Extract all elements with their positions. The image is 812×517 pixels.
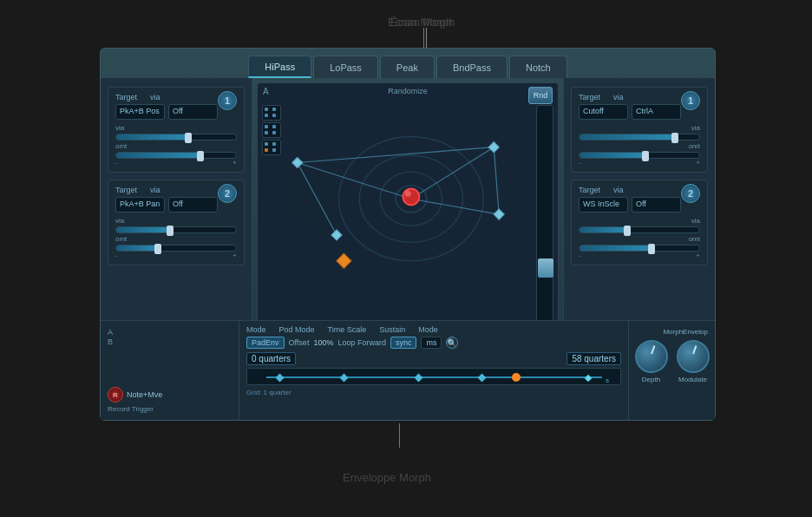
modulate-knob-indicator [692, 345, 697, 354]
right-via-dropdown-2[interactable]: Off [632, 197, 681, 213]
bottom-panel: A B R Note+Mve Record Trigger Mode Pod M… [101, 320, 715, 420]
via-label-2: via [150, 186, 160, 194]
ab-label-a: A [108, 328, 113, 337]
pm-labels-2: - + [115, 252, 237, 259]
target-dropdown-1[interactable]: PkA+B Pos [115, 104, 165, 120]
mode-header: Mode [246, 325, 266, 334]
pm-labels-1: - + [115, 159, 237, 167]
slider-omt-1[interactable] [115, 152, 237, 159]
dropdown-row-2: PkA+B Pan Off [115, 197, 218, 213]
diamond-handle-4[interactable] [331, 230, 342, 240]
morph-section-1: 1 Target via PkA+B Pos Off via omt [108, 87, 245, 173]
right-slider-omt-1[interactable] [579, 152, 700, 159]
modulate-knob-container: Modulate [677, 340, 710, 383]
timeline-marker-2[interactable] [339, 374, 348, 383]
section-number-1: 1 [218, 91, 237, 110]
svg-line-4 [298, 147, 494, 163]
orange-diamond[interactable] [337, 253, 351, 268]
right-omt-label-2: omt [579, 235, 700, 243]
timeline-line [266, 376, 602, 378]
via-label-1: via [150, 93, 160, 101]
via-dropdown-2[interactable]: Off [168, 197, 218, 213]
timeline-marker-3[interactable] [414, 374, 422, 383]
right-slider-via-1[interactable] [579, 134, 700, 141]
right-target-dropdown-1[interactable]: Cutoff [579, 104, 628, 120]
sustain-header: Sustain [379, 325, 405, 334]
tab-notch[interactable]: Notch [509, 56, 567, 78]
right-dropdown-row-2: WS InScle Off [579, 197, 681, 213]
slider-omt-2[interactable] [115, 245, 237, 252]
right-target-label-1: Target [579, 93, 600, 101]
right-slider-via-2[interactable] [579, 226, 700, 233]
record-trigger-label: Record Trigger [108, 405, 232, 413]
env-timeline: Mode Pod Mode Time Scale Sustain Mode Pa… [239, 321, 628, 420]
right-dropdown-row-1: Cutoff CtrlA [579, 104, 681, 120]
offset-label: Offset [289, 338, 310, 347]
r-button[interactable]: R [108, 387, 123, 402]
zoom-btn[interactable]: 🔍 [446, 337, 458, 349]
env-header: Mode Pod Mode Time Scale Sustain Mode [246, 325, 621, 334]
right-section-labels-2: Target via [579, 186, 681, 194]
center-ball[interactable] [403, 188, 419, 205]
fader-handle[interactable] [538, 258, 553, 278]
morph-section-2: 2 Target via PkA+B Pan Off via omt [108, 180, 245, 265]
right-section-1: 1 Target via Cutoff CtrlA via omt [571, 87, 708, 173]
depth-knob-indicator [651, 345, 655, 354]
corner-a: A [263, 87, 269, 96]
right-slider-omt-2[interactable] [579, 245, 700, 252]
right-via-omt-1: via [579, 124, 700, 132]
morph-svg [266, 101, 525, 287]
ms-btn[interactable]: ms [421, 337, 442, 349]
knob-row: Depth Modulate [635, 340, 710, 383]
right-omt-label-1: omt [579, 142, 700, 150]
ecran-morph-annotation: Écran Morph [388, 16, 452, 29]
right-section-number-1: 1 [681, 91, 700, 110]
grid-label: Grid: 1 quarter [246, 389, 621, 396]
diamond-handle-3[interactable] [494, 209, 504, 219]
mode-header2: Mode [418, 325, 438, 334]
tab-peak[interactable]: Peak [380, 56, 435, 78]
start-quarters: 0 quarters [246, 352, 296, 365]
depth-knob[interactable] [635, 340, 668, 373]
via-dropdown-1[interactable]: Off [168, 104, 218, 120]
right-section-2: 2 Target via WS InScle Off via omt [571, 180, 708, 265]
plugin-container: HiPass LoPass Peak BndPass Notch 1 Targe… [100, 48, 716, 421]
depth-label: Depth [642, 376, 660, 383]
morph-env-label: MorphEnvelop [636, 328, 708, 336]
ab-labels: A B [108, 328, 113, 346]
tab-bndpass[interactable]: BndPass [436, 56, 508, 78]
sync-btn[interactable]: sync [390, 337, 417, 349]
pad-env-btn[interactable]: PadEnv [246, 337, 285, 349]
pod-mode-header: Pod Mode [279, 325, 315, 334]
diamond-handle-2[interactable] [488, 142, 499, 153]
timeline-track[interactable]: s [246, 368, 621, 385]
diamond-handle-1[interactable] [292, 158, 303, 168]
slider-via-2[interactable] [115, 226, 237, 233]
section-number-2: 2 [218, 184, 237, 203]
timeline-marker-4[interactable] [477, 374, 486, 383]
right-pm-labels-1: - + [579, 159, 700, 167]
enveloppe-morph-line [399, 423, 400, 448]
modulate-knob[interactable] [677, 340, 710, 373]
timeline-marker-1[interactable] [276, 374, 285, 383]
svg-line-7 [494, 147, 499, 214]
right-via-dropdown-1[interactable]: CtrlA [632, 104, 681, 120]
via-omt-1: via [115, 124, 237, 132]
enveloppe-morph-annotation: Enveloppe Morph [343, 471, 431, 484]
time-scale-header: Time Scale [328, 325, 367, 334]
right-pm-labels-2: - + [579, 252, 700, 259]
time-scale-value: 100% [313, 338, 333, 347]
right-via-omt-2: via [579, 217, 700, 225]
tab-lopass[interactable]: LoPass [313, 56, 378, 78]
end-quarters: 58 quarters [566, 352, 621, 365]
right-via-label-2: via [613, 186, 624, 194]
right-via-label-1: via [613, 93, 624, 101]
env-left: A B R Note+Mve Record Trigger [101, 321, 239, 420]
playhead-dot[interactable] [512, 373, 521, 382]
slider-via-1[interactable] [115, 134, 237, 141]
svg-point-10 [405, 191, 411, 197]
target-dropdown-2[interactable]: PkA+B Pan [115, 197, 165, 213]
rnd-button[interactable]: Rnd [528, 87, 553, 104]
tab-hipass[interactable]: HiPass [248, 56, 311, 78]
right-target-dropdown-2[interactable]: WS InScle [579, 197, 628, 213]
